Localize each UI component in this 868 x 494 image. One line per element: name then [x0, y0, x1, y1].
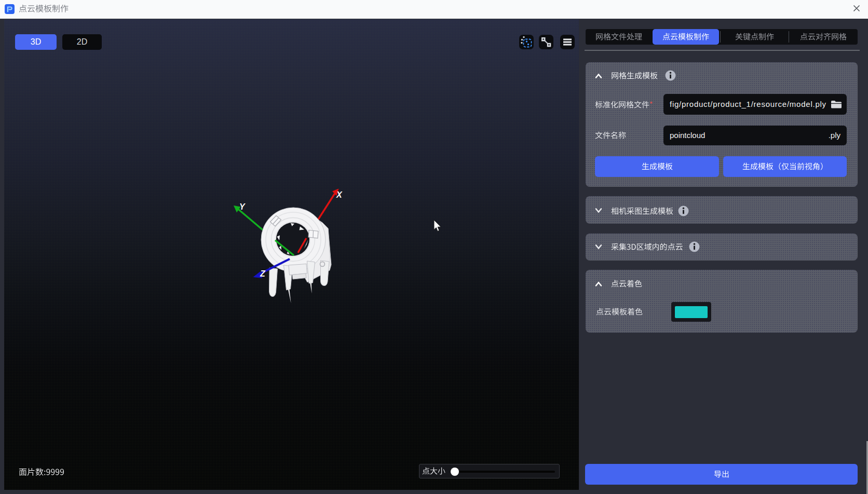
svg-text:Y: Y	[239, 202, 246, 211]
svg-text:X: X	[336, 190, 343, 199]
svg-text:Z: Z	[260, 269, 266, 278]
